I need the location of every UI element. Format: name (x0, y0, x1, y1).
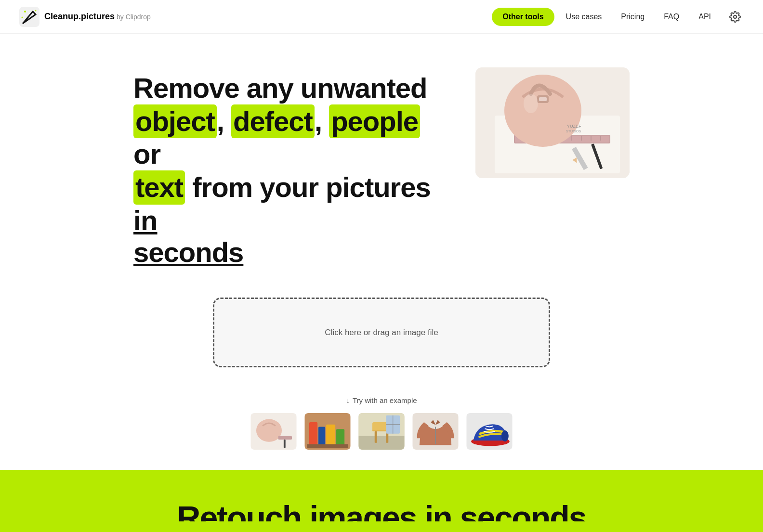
upload-section: Click here or drag an image file (0, 288, 763, 387)
upload-label: Click here or drag an image file (325, 328, 438, 337)
arrow-down-icon: ↓ (346, 396, 350, 404)
green-section-title: Retouch images in seconds (177, 499, 586, 532)
hero-word-object: object (133, 104, 217, 139)
hero-comma2: , (315, 105, 322, 137)
example-thumb-2[interactable] (303, 412, 352, 451)
example-thumb-1[interactable] (250, 412, 298, 451)
hero-comma1: , (217, 105, 224, 137)
navbar: Cleanup.picturesby Clipdrop Other tools … (0, 0, 763, 34)
svg-rect-25 (539, 97, 547, 101)
svg-rect-41 (359, 436, 405, 450)
svg-rect-38 (307, 444, 348, 448)
api-link[interactable]: API (691, 8, 719, 26)
example-thumb-4[interactable] (411, 412, 460, 451)
hero-word-in: in (133, 205, 158, 236)
hero-word-people: people (329, 104, 420, 139)
logo-by-text: by Clipdrop (117, 13, 151, 21)
hero-word-seconds: seconds (133, 236, 243, 268)
svg-text:STUDIOS: STUDIOS (566, 130, 581, 133)
svg-rect-36 (326, 425, 335, 445)
svg-text:YUZEF: YUZEF (567, 124, 581, 129)
example-thumb-3[interactable] (357, 412, 406, 451)
use-cases-link[interactable]: Use cases (558, 8, 610, 26)
svg-rect-37 (336, 429, 344, 445)
logo-icon (19, 7, 39, 27)
example-thumbnails (250, 412, 513, 451)
other-tools-button[interactable]: Other tools (492, 8, 554, 26)
svg-rect-32 (284, 440, 286, 448)
hero-word-or: or (133, 138, 160, 169)
faq-link[interactable]: FAQ (656, 8, 687, 26)
logo-link[interactable]: Cleanup.picturesby Clipdrop (19, 7, 151, 27)
hero-title: Remove any unwanted object, defect, peop… (133, 72, 447, 269)
svg-point-5 (35, 10, 37, 11)
examples-section: ↓ Try with an example (0, 387, 763, 470)
upload-dropzone[interactable]: Click here or drag an image file (213, 298, 550, 367)
hero-line1: Remove any unwanted (133, 72, 427, 104)
svg-rect-35 (318, 427, 325, 445)
svg-rect-34 (309, 422, 317, 445)
hero-product-image: YUZEF STUDIOS (475, 67, 630, 178)
example-thumb-5[interactable] (465, 412, 513, 451)
settings-icon[interactable] (726, 8, 744, 26)
hero-section: Remove any unwanted object, defect, peop… (44, 34, 719, 288)
svg-point-4 (24, 11, 26, 13)
hero-text: Remove any unwanted object, defect, peop… (133, 63, 447, 269)
hero-image: YUZEF STUDIOS (475, 67, 630, 178)
svg-point-26 (524, 94, 538, 113)
hero-word-text: text (133, 170, 185, 205)
svg-point-53 (501, 430, 509, 441)
svg-rect-43 (375, 431, 377, 443)
svg-rect-31 (278, 436, 292, 440)
try-example-label: ↓ Try with an example (346, 396, 417, 404)
hero-word-defect: defect (231, 104, 315, 139)
try-example-text: Try with an example (353, 396, 417, 404)
green-section: Retouch images in seconds (0, 470, 763, 532)
nav-links: Other tools Use cases Pricing FAQ API (492, 8, 744, 26)
hero-line3: from your pictures (192, 171, 430, 203)
pricing-link[interactable]: Pricing (613, 8, 652, 26)
svg-point-6 (22, 16, 23, 18)
logo-text: Cleanup.pictures (44, 12, 115, 21)
